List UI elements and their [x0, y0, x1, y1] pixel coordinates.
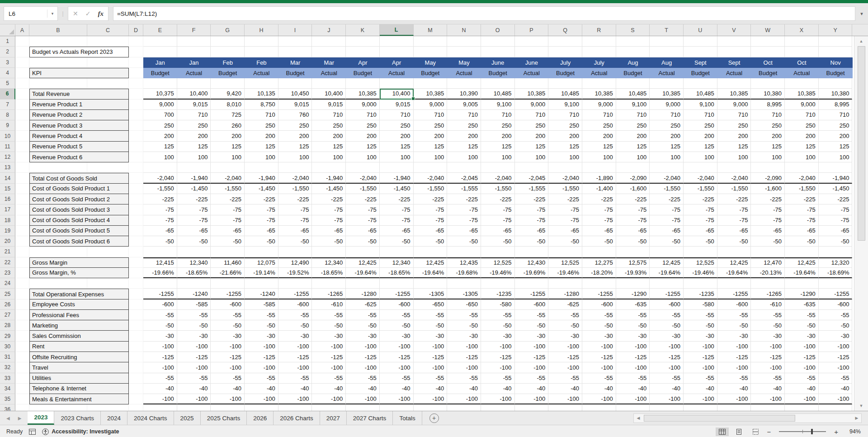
- cell-T22[interactable]: 12,425: [650, 257, 684, 268]
- cell-I2[interactable]: [278, 47, 312, 57]
- cell-L3[interactable]: Apr: [380, 57, 414, 68]
- cell-N28[interactable]: -50: [447, 320, 481, 331]
- cell-S5[interactable]: [616, 78, 650, 89]
- cell-K2[interactable]: [346, 47, 380, 57]
- cell-S8[interactable]: 710: [616, 110, 650, 120]
- label-B23[interactable]: Gross Margin, %: [29, 268, 129, 278]
- cell-A10[interactable]: [15, 131, 29, 141]
- cell-V5[interactable]: [717, 78, 751, 89]
- cell-Q9[interactable]: 250: [548, 120, 582, 131]
- cell-Q2[interactable]: [548, 47, 582, 57]
- cell-F27[interactable]: -55: [177, 310, 211, 320]
- cell-I8[interactable]: 760: [278, 110, 312, 120]
- cell-G5[interactable]: [211, 78, 245, 89]
- cell-E29[interactable]: -30: [143, 331, 177, 341]
- cell-M4[interactable]: Budget: [414, 68, 448, 78]
- cell-B36[interactable]: [29, 404, 87, 411]
- cell-F2[interactable]: [177, 47, 211, 57]
- cell-P24[interactable]: [515, 278, 549, 289]
- cell-Q21[interactable]: [548, 247, 582, 257]
- cell-I21[interactable]: [278, 247, 312, 257]
- cell-F20[interactable]: -50: [177, 236, 211, 247]
- cell-H11[interactable]: 125: [245, 142, 278, 152]
- cell-O33[interactable]: -55: [481, 373, 515, 384]
- cell-K22[interactable]: 12,425: [346, 257, 380, 268]
- cell-U30[interactable]: -100: [684, 342, 717, 352]
- cell-G20[interactable]: -50: [211, 236, 245, 247]
- cell-T32[interactable]: -100: [650, 362, 684, 373]
- cell-E22[interactable]: 12,415: [143, 257, 177, 268]
- cell-Q19[interactable]: -65: [548, 226, 582, 236]
- cell-A17[interactable]: [15, 204, 29, 215]
- cell-M16[interactable]: -225: [414, 194, 448, 204]
- cell-D36[interactable]: [129, 404, 143, 411]
- cell-W3[interactable]: Oct: [751, 57, 785, 68]
- cell-E32[interactable]: -100: [143, 362, 177, 373]
- cell-O21[interactable]: [481, 247, 515, 257]
- cell-O3[interactable]: June: [481, 57, 515, 68]
- scroll-left-icon[interactable]: ◀: [634, 416, 643, 420]
- cell-R19[interactable]: -65: [582, 226, 616, 236]
- row-header-30[interactable]: 30: [0, 342, 15, 352]
- cell-R33[interactable]: -55: [582, 373, 616, 384]
- cell-C21[interactable]: [87, 247, 129, 257]
- cell-C5[interactable]: [87, 78, 129, 89]
- cell-A25[interactable]: [15, 289, 29, 299]
- cell-C3[interactable]: [87, 57, 129, 68]
- label-B4[interactable]: KPI: [29, 68, 129, 78]
- label-B9[interactable]: Revenue Product 3: [29, 120, 129, 131]
- cell-X8[interactable]: 710: [785, 110, 819, 120]
- cell-R24[interactable]: [582, 278, 616, 289]
- row-header-18[interactable]: 18: [0, 215, 15, 226]
- cell-A26[interactable]: [15, 299, 29, 310]
- cell-N24[interactable]: [447, 278, 481, 289]
- cell-A24[interactable]: [15, 278, 29, 289]
- cell-T33[interactable]: -55: [650, 373, 684, 384]
- cell-Y26[interactable]: -600: [819, 299, 853, 310]
- cell-E31[interactable]: -125: [143, 352, 177, 362]
- cell-P11[interactable]: 125: [515, 142, 549, 152]
- tab-scroll-right-icon[interactable]: ▶: [18, 416, 22, 421]
- cell-U6[interactable]: 10,485: [684, 89, 717, 99]
- cell-X33[interactable]: -55: [785, 373, 819, 384]
- cell-R31[interactable]: -125: [582, 352, 616, 362]
- cell-O19[interactable]: -65: [481, 226, 515, 236]
- cell-D3[interactable]: [129, 57, 143, 68]
- cell-F19[interactable]: -65: [177, 226, 211, 236]
- cell-I36[interactable]: [278, 404, 312, 411]
- cell-Y27[interactable]: -55: [819, 310, 853, 320]
- formula-input[interactable]: =SUM(L7:L12): [113, 6, 855, 21]
- cell-U31[interactable]: -125: [684, 352, 717, 362]
- cell-G1[interactable]: [211, 36, 245, 47]
- cell-E27[interactable]: -55: [143, 310, 177, 320]
- cell-Y21[interactable]: [819, 247, 853, 257]
- cell-F9[interactable]: 250: [177, 120, 211, 131]
- cell-E18[interactable]: -75: [143, 215, 177, 226]
- cell-G4[interactable]: Budget: [211, 68, 245, 78]
- cell-J16[interactable]: -225: [312, 194, 346, 204]
- cell-D15[interactable]: [129, 184, 143, 194]
- cell-X20[interactable]: -50: [785, 236, 819, 247]
- cell-T6[interactable]: 10,385: [650, 89, 684, 99]
- cell-D1[interactable]: [129, 36, 143, 47]
- cell-D23[interactable]: [129, 268, 143, 278]
- cell-A32[interactable]: [15, 362, 29, 373]
- cell-T36[interactable]: [650, 404, 684, 411]
- cell-J24[interactable]: [312, 278, 346, 289]
- cell-P4[interactable]: Actual: [515, 68, 549, 78]
- cell-O31[interactable]: -125: [481, 352, 515, 362]
- cell-N13[interactable]: [447, 162, 481, 173]
- cell-Y1[interactable]: [819, 36, 853, 47]
- cell-I4[interactable]: Budget: [278, 68, 312, 78]
- cell-R17[interactable]: -75: [582, 204, 616, 215]
- cell-D24[interactable]: [129, 278, 143, 289]
- cell-H8[interactable]: 710: [245, 110, 278, 120]
- cell-J1[interactable]: [312, 36, 346, 47]
- cell-E35[interactable]: -100: [143, 394, 177, 404]
- cell-I13[interactable]: [278, 162, 312, 173]
- cell-E6[interactable]: 10,375: [143, 89, 177, 99]
- cell-H6[interactable]: 10,135: [245, 89, 278, 99]
- cell-F18[interactable]: -75: [177, 215, 211, 226]
- cell-P36[interactable]: [515, 404, 549, 411]
- column-header-Q[interactable]: Q: [548, 24, 582, 36]
